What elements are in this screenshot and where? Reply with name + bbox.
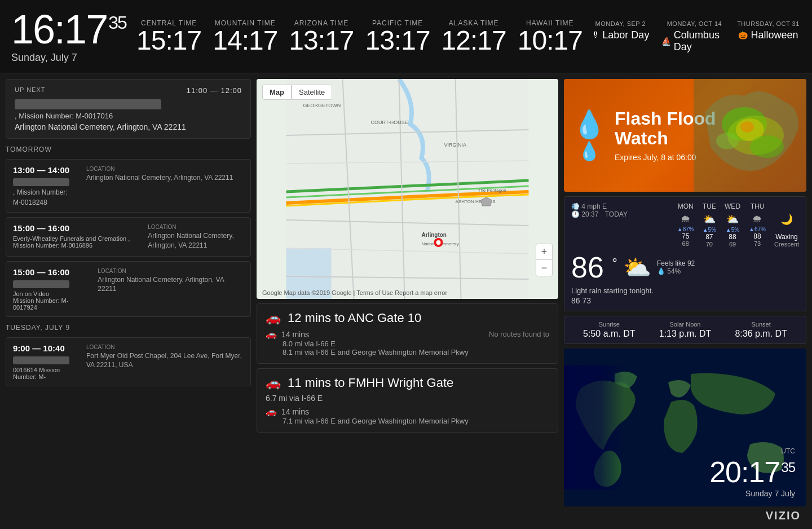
direction-2-title: 11 mins to FMHH Wright Gate xyxy=(288,376,453,390)
utc-time-value: 20:17 xyxy=(709,455,780,489)
direction-card-2: 🚗 11 mins to FMHH Wright Gate 6.7 mi via… xyxy=(257,368,558,433)
up-next-label: UP NEXT xyxy=(15,86,45,95)
card-3-location: Arlington National Cemetery, Arlington, … xyxy=(98,275,244,294)
timezone-group: CENTRAL TIME 15:17 MOUNTAIN TIME 14:17 A… xyxy=(136,19,582,54)
tue-card-1-time: 9:00 — 10:40 xyxy=(13,343,81,353)
weather-details: Feels like 92 💧 54% xyxy=(657,259,695,275)
tue-card-1-mission: 0016614 Mission Number: M- xyxy=(13,367,81,380)
holiday-columbus-day-icon: ⛵ xyxy=(661,37,671,46)
main-time-seconds: 35 xyxy=(108,14,126,32)
satellite-button[interactable]: Satellite xyxy=(292,85,332,100)
solar-icon: 🕛 xyxy=(571,210,581,218)
zoom-out-button[interactable]: − xyxy=(536,260,552,276)
utc-seconds: 35 xyxy=(781,460,795,475)
forecast-days: MON 🌧 ▲87% 75 68 TUE ⛅ ▲5% 87 70 WE xyxy=(677,202,799,248)
svg-text:VIRGINIA: VIRGINIA xyxy=(444,142,467,148)
car-icon-1: 🚗 xyxy=(266,311,281,325)
wind-icon: 💨 xyxy=(571,202,581,210)
map-zoom-controls[interactable]: + − xyxy=(536,244,553,276)
timezone-arizona: ARIZONA TIME 13:17 xyxy=(289,19,354,54)
card-1-blurred xyxy=(13,178,69,186)
card-1-location: Arlington National Cemetery, Arlington, … xyxy=(86,173,233,183)
holiday-labor-day-date: MONDAY, SEP 2 xyxy=(595,20,646,27)
forecast-wed-precip: ▲5% xyxy=(726,227,739,233)
timezone-pacific: PACIFIC TIME 13:17 xyxy=(365,19,430,54)
svg-text:COURT-HOUSE: COURT-HOUSE xyxy=(371,120,408,125)
card-1-mission-num: M-0018248 xyxy=(13,199,81,206)
card-3-time: 15:00 — 16:00 xyxy=(13,267,92,277)
svg-point-27 xyxy=(750,135,784,158)
sun-info: Sunrise 5:50 a.m. DT Solar Noon 1:13 p.m… xyxy=(564,316,806,344)
tz-pacific-time: 13:17 xyxy=(365,27,430,54)
forecast-tue-name: TUE xyxy=(703,202,716,210)
tue-card-1-loc-label: Location xyxy=(86,343,244,351)
svg-text:The Pentagon: The Pentagon xyxy=(478,188,506,193)
tomorrow-card-1: 13:00 — 14:00 , Mission Number: M-001824… xyxy=(6,159,251,213)
map-controls[interactable]: Map Satellite xyxy=(262,85,332,100)
tz-central-time: 15:17 xyxy=(136,27,201,54)
main-time-display: 16:17 35 xyxy=(11,9,120,50)
svg-point-28 xyxy=(716,133,739,149)
right-panel: 💧 💧 Flash FloodWatch Expires July, 8 at … xyxy=(564,79,806,506)
weather-main: 86 ° ⛅ Feels like 92 💧 54% xyxy=(571,250,799,284)
forecast-tue-icon: ⛅ xyxy=(703,213,716,226)
direction-1-distance: 8.0 mi via I-66 E xyxy=(283,340,549,348)
utc-time: UTC 20:17 35 Sunday 7 July xyxy=(709,447,795,498)
temperature-display: 86 ° xyxy=(571,250,617,284)
direction-1-title: 12 mins to ANC Gate 10 xyxy=(288,311,421,325)
solar-noon-time-val: 1:13 p.m. DT xyxy=(659,329,711,339)
holidays-group: MONDAY, SEP 2 🎖 Labor Day MONDAY, OCT 14… xyxy=(588,20,801,53)
main-clock: 16:17 35 Sunday, July 7 xyxy=(11,9,120,64)
globe-container: UTC 20:17 35 Sunday 7 July xyxy=(564,349,806,506)
holiday-halloween-name: Halloween xyxy=(751,29,798,41)
map-background: GEORGETOWN COURT-HOUSE VIRGINIA Arlingto… xyxy=(257,79,558,299)
utc-clock-display: 20:17 35 xyxy=(709,455,795,489)
map-container[interactable]: GEORGETOWN COURT-HOUSE VIRGINIA Arlingto… xyxy=(257,79,558,299)
forecast-wed-name: WED xyxy=(725,202,740,210)
solar-noon-time: 🕛 20:37 TODAY xyxy=(571,210,628,218)
rain-drop-icon: 💧 xyxy=(572,109,606,140)
map-button[interactable]: Map xyxy=(262,85,292,100)
card-3-mission: Jon on Video Mission Number: M-0017924 xyxy=(13,290,92,311)
tue-card-1-blurred xyxy=(13,356,69,364)
up-next-card: UP NEXT 11:00 — 12:00 , Mission Number: … xyxy=(6,79,251,139)
tue-card-1-location: Fort Myer Old Post Chapel, 204 Lee Ave, … xyxy=(86,351,244,371)
zoom-in-button[interactable]: + xyxy=(536,244,552,260)
card-1-mission: , Mission Number: xyxy=(13,188,81,196)
card-3-loc-label: Location xyxy=(98,267,244,275)
svg-rect-30 xyxy=(564,365,685,490)
holiday-columbus-day-name: Columbus Day xyxy=(674,29,727,53)
forecast-tue-low: 70 xyxy=(706,241,713,248)
tuesday-section-label: TUESDAY, JULY 9 xyxy=(6,321,251,333)
weather-mini-map xyxy=(694,79,806,192)
map-panel: GEORGETOWN COURT-HOUSE VIRGINIA Arlingto… xyxy=(257,79,558,506)
forecast-thu-precip: ▲67% xyxy=(749,226,766,232)
direction-1-alt-distance: 8.1 mi via I-66 E and George Washington … xyxy=(283,348,549,356)
rain-drop-icon-2: 💧 xyxy=(578,140,601,162)
top-bar: 16:17 35 Sunday, July 7 CENTRAL TIME 15:… xyxy=(0,0,812,73)
holiday-labor-day: MONDAY, SEP 2 🎖 Labor Day xyxy=(588,20,653,53)
sun-row: Sunrise 5:50 a.m. DT Solar Noon 1:13 p.m… xyxy=(571,321,799,339)
direction-1-no-route: No routes found to xyxy=(489,330,549,338)
schedule-panel: UP NEXT 11:00 — 12:00 , Mission Number: … xyxy=(6,79,251,506)
forecast-mon: MON 🌧 ▲87% 75 68 xyxy=(677,202,694,248)
svg-point-26 xyxy=(740,121,754,133)
tomorrow-card-3: 15:00 — 16:00 Jon on Video Mission Numbe… xyxy=(6,261,251,317)
forecast-thu-high: 88 xyxy=(753,232,761,240)
weather-icon-main: ⛅ xyxy=(623,254,651,281)
tuesday-card-1: 9:00 — 10:40 0016614 Mission Number: M- … xyxy=(6,337,251,386)
tz-arizona-time: 13:17 xyxy=(289,27,354,54)
humidity-icon: 💧 xyxy=(657,267,667,275)
forecast-wed: WED ⛅ ▲5% 88 69 xyxy=(725,202,740,248)
forecast-tue-precip: ▲5% xyxy=(703,227,716,233)
sunset-time: 8:36 p.m. DT xyxy=(735,329,787,339)
tz-hawaii-time: 10:17 xyxy=(518,27,582,54)
up-next-time: 11:00 — 12:00 xyxy=(187,86,242,95)
svg-text:Arlington: Arlington xyxy=(422,232,447,238)
vizio-branding: VIZIO xyxy=(766,509,801,522)
main-date: Sunday, July 7 xyxy=(11,52,120,64)
forecast-wed-high: 88 xyxy=(729,233,736,241)
svg-text:GEORGETOWN: GEORGETOWN xyxy=(303,103,341,108)
sunset-item: Sunset 8:36 p.m. DT xyxy=(735,321,787,339)
holiday-halloween: THURSDAY, OCT 31 🎃 Halloween xyxy=(736,20,801,53)
